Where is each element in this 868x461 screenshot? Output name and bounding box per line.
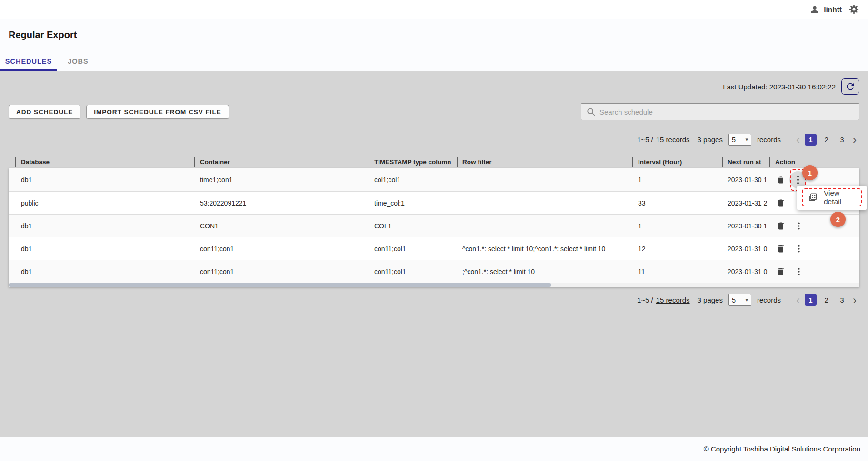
chevron-left-icon[interactable]: ‹ xyxy=(793,134,803,146)
page-size-value: 5 xyxy=(732,296,736,304)
page-title: Regular Export xyxy=(0,19,868,40)
cell-container: time1;con1 xyxy=(194,176,369,184)
add-schedule-button[interactable]: ADD SCHEDULE xyxy=(9,105,80,119)
cell-interval: 1 xyxy=(632,176,722,184)
schedules-table: Database Container TIMESTAMP type column… xyxy=(9,156,859,287)
pages-count-text: 3 pages xyxy=(698,296,723,304)
cell-next-run-at: 2023-01-30 1 xyxy=(722,176,769,184)
chevron-right-icon[interactable]: › xyxy=(850,294,859,306)
cell-container: con11;con1 xyxy=(194,268,369,275)
import-schedule-csv-button[interactable]: IMPORT SCHEDULE FROM CSV FILE xyxy=(86,105,229,119)
page-number-3[interactable]: 3 xyxy=(836,134,848,146)
page-number-3[interactable]: 3 xyxy=(836,294,848,306)
cell-row-filter: ;^con1.*: select * limit 10 xyxy=(457,268,632,275)
horizontal-scrollbar xyxy=(9,283,859,287)
tab-bar: SCHEDULES JOBS xyxy=(0,53,868,71)
cell-row-filter: ^con1.*: select * limit 10;^con1.*: sele… xyxy=(457,245,632,253)
search-input[interactable] xyxy=(599,108,854,116)
footer: © Copyright Toshiba Digital Solutions Co… xyxy=(0,437,868,461)
cell-database: db1 xyxy=(15,222,194,230)
view-detail-label: View detail xyxy=(824,189,856,206)
delete-icon[interactable] xyxy=(775,220,787,232)
delete-icon[interactable] xyxy=(775,266,787,277)
column-header-next-run: Next run at xyxy=(722,157,769,167)
cell-database: db1 xyxy=(15,176,194,184)
table-row: db1 con11;con1 con11;col1 ;^con1.*: sele… xyxy=(9,260,859,283)
column-header-timestamp: TIMESTAMP type column xyxy=(369,157,457,167)
tab-schedules[interactable]: SCHEDULES xyxy=(0,53,57,71)
more-vert-icon[interactable] xyxy=(793,266,805,277)
actions-row: ADD SCHEDULE IMPORT SCHEDULE FROM CSV FI… xyxy=(9,103,859,120)
page-number-1[interactable]: 1 xyxy=(805,294,817,306)
last-updated-row: Last Updated: 2023-01-30 16:02:22 xyxy=(9,78,859,95)
page-size-select[interactable]: 5 ▾ xyxy=(728,134,751,146)
table-row: db1 con11;con1 con11;col1 ^con1.*: selec… xyxy=(9,237,859,260)
cell-interval: 12 xyxy=(632,245,722,253)
page-number-2[interactable]: 2 xyxy=(820,294,832,306)
column-header-interval: Interval (Hour) xyxy=(632,157,722,167)
cell-timestamp-column: col1;col1 xyxy=(369,176,457,184)
chevron-right-icon[interactable]: › xyxy=(850,134,859,146)
refresh-button[interactable] xyxy=(841,78,859,95)
cell-database: public xyxy=(15,199,194,207)
schedule-buttons: ADD SCHEDULE IMPORT SCHEDULE FROM CSV FI… xyxy=(9,105,229,119)
page-number-2[interactable]: 2 xyxy=(820,134,832,146)
pagination-bottom: 1~5 / 15 records 3 pages 5 ▾ records ‹ 1… xyxy=(9,294,859,306)
cell-interval: 1 xyxy=(632,222,722,230)
chevron-left-icon[interactable]: ‹ xyxy=(793,294,803,306)
dropdown-caret-icon: ▾ xyxy=(745,297,748,303)
cell-database: db1 xyxy=(15,268,194,275)
cell-next-run-at: 2023-01-31 2 xyxy=(722,199,769,207)
cell-container: 53;2022091221 xyxy=(194,199,369,207)
more-vert-icon[interactable] xyxy=(793,220,805,232)
column-header-container: Container xyxy=(194,157,369,167)
last-updated-text: Last Updated: 2023-01-30 16:02:22 xyxy=(723,83,836,91)
more-vert-icon[interactable] xyxy=(793,243,805,255)
horizontal-scrollbar-thumb[interactable] xyxy=(9,283,551,287)
records-label: records xyxy=(757,296,781,304)
records-count-link[interactable]: 15 records xyxy=(656,296,690,304)
column-header-row-filter: Row filter xyxy=(457,157,632,167)
cell-timestamp-column: con11;col1 xyxy=(369,245,457,253)
page-number-1[interactable]: 1 xyxy=(805,134,817,146)
page-size-select[interactable]: 5 ▾ xyxy=(728,294,751,306)
table-row: public 53;2022091221 time_col;1 33 2023-… xyxy=(9,191,859,214)
username: linhtt xyxy=(824,5,842,14)
topbar: linhtt xyxy=(0,0,868,19)
person-icon xyxy=(809,4,820,15)
delete-icon[interactable] xyxy=(775,243,787,255)
table-row: db1 CON1 COL1 1 2023-01-30 1 xyxy=(9,214,859,237)
records-count-link[interactable]: 15 records xyxy=(656,136,690,144)
record-range-text: 1~5 / xyxy=(637,136,653,144)
table-body: db1 time1;con1 col1;col1 1 2023-01-30 1 … xyxy=(9,168,859,287)
cell-container: con11;con1 xyxy=(194,245,369,253)
cell-container: CON1 xyxy=(194,222,369,230)
table-row: db1 time1;con1 col1;col1 1 2023-01-30 1 xyxy=(9,168,859,191)
gear-icon[interactable] xyxy=(848,4,859,15)
cell-timestamp-column: con11;col1 xyxy=(369,268,457,275)
view-detail-icon xyxy=(808,192,818,203)
content-area: Last Updated: 2023-01-30 16:02:22 ADD SC… xyxy=(0,71,868,437)
cell-next-run-at: 2023-01-30 1 xyxy=(722,222,769,230)
cell-database: db1 xyxy=(15,245,194,253)
search-icon xyxy=(586,107,596,117)
table-header-row: Database Container TIMESTAMP type column… xyxy=(9,156,859,168)
cell-interval: 33 xyxy=(632,199,722,207)
annotation-step-badge-2: 2 xyxy=(830,212,846,227)
cell-interval: 11 xyxy=(632,268,722,275)
delete-icon[interactable] xyxy=(775,197,787,209)
cell-action xyxy=(769,266,853,277)
annotation-step-badge-1: 1 xyxy=(802,165,818,180)
records-label: records xyxy=(757,136,781,144)
page-size-value: 5 xyxy=(732,136,736,144)
search-box xyxy=(581,103,859,120)
tab-jobs[interactable]: JOBS xyxy=(57,53,99,71)
delete-icon[interactable] xyxy=(775,174,787,186)
pages-count-text: 3 pages xyxy=(698,136,723,144)
copyright-text: © Copyright Toshiba Digital Solutions Co… xyxy=(704,445,860,453)
record-range-text: 1~5 / xyxy=(637,296,653,304)
dropdown-caret-icon: ▾ xyxy=(745,137,748,143)
user-menu[interactable]: linhtt xyxy=(809,4,842,15)
cell-next-run-at: 2023-01-31 0 xyxy=(722,268,769,275)
view-detail-menu-item[interactable]: View detail xyxy=(802,188,862,206)
